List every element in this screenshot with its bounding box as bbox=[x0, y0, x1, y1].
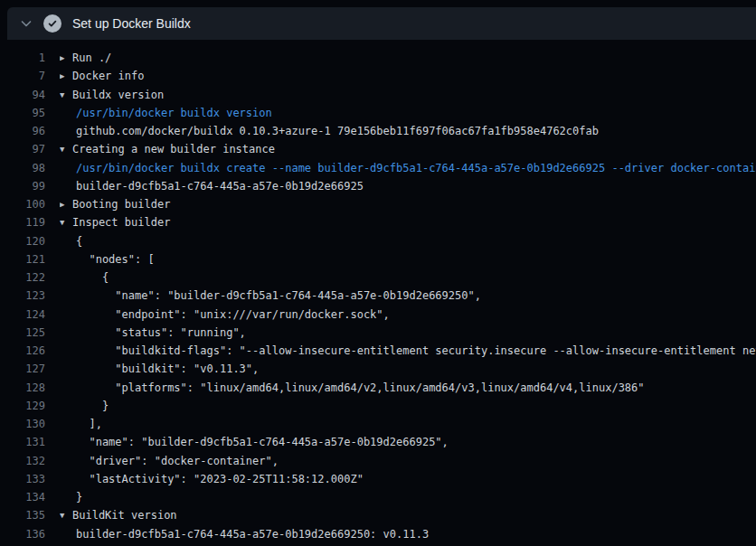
line-number[interactable]: 123 bbox=[0, 289, 45, 307]
log-text: Inspect builder bbox=[72, 216, 170, 229]
line-number[interactable]: 120 bbox=[0, 235, 45, 253]
line-content: ▶Run ./ bbox=[60, 52, 756, 70]
line-content: "name": "builder-d9cfb5a1-c764-445a-a57e… bbox=[60, 289, 756, 307]
line-number[interactable]: 124 bbox=[0, 308, 45, 326]
triangle-expanded-icon[interactable]: ▼ bbox=[60, 90, 72, 99]
log-group-row[interactable]: 100 ▶Booting builder bbox=[0, 198, 756, 216]
line-content: "platforms": "linux/amd64,linux/amd64/v2… bbox=[60, 381, 756, 400]
log-line: 96 github.com/docker/buildx 0.10.3+azure… bbox=[0, 125, 756, 143]
chevron-down-icon[interactable] bbox=[19, 16, 33, 31]
line-number[interactable]: 98 bbox=[0, 162, 45, 180]
line-content: ], bbox=[60, 418, 756, 436]
line-number[interactable]: 126 bbox=[0, 344, 45, 362]
log-text: } bbox=[76, 400, 109, 412]
line-content: "name": "builder-d9cfb5a1-c764-445a-a57e… bbox=[60, 436, 756, 454]
log-text: builder-d9cfb5a1-c764-445a-a57e-0b19d2e6… bbox=[76, 528, 429, 541]
line-number[interactable]: 100 bbox=[0, 198, 45, 216]
log-line: 98 /usr/bin/docker buildx create --name … bbox=[0, 162, 756, 180]
log-viewer: Set up Docker Buildx 1 ▶Run ./ 7 ▶Docker… bbox=[0, 0, 756, 546]
log-group-row[interactable]: 119 ▼Inspect builder bbox=[0, 216, 756, 234]
log-text: { bbox=[76, 235, 82, 248]
check-circle-icon bbox=[43, 14, 61, 33]
line-number[interactable]: 134 bbox=[0, 491, 45, 509]
line-number[interactable]: 129 bbox=[0, 400, 45, 418]
line-number[interactable]: 1 bbox=[0, 52, 45, 70]
line-number[interactable]: 125 bbox=[0, 326, 45, 344]
log-line: 121 "nodes": [ bbox=[0, 253, 756, 271]
triangle-expanded-icon[interactable]: ▼ bbox=[60, 511, 72, 520]
triangle-expanded-icon[interactable]: ▼ bbox=[60, 218, 72, 227]
triangle-collapsed-icon[interactable]: ▶ bbox=[60, 71, 72, 80]
step-title: Set up Docker Buildx bbox=[72, 16, 191, 31]
step-header[interactable]: Set up Docker Buildx bbox=[7, 7, 756, 40]
log-text: } bbox=[76, 491, 82, 504]
log-text: /usr/bin/docker buildx version bbox=[76, 107, 272, 119]
line-content: builder-d9cfb5a1-c764-445a-a57e-0b19d2e6… bbox=[60, 528, 756, 546]
log-text: "nodes": [ bbox=[76, 253, 155, 266]
log-text: BuildKit version bbox=[72, 509, 177, 522]
log-text: Booting builder bbox=[72, 198, 170, 211]
log-text: "name": "builder-d9cfb5a1-c764-445a-a57e… bbox=[76, 289, 481, 302]
line-content: } bbox=[60, 491, 756, 509]
line-content: { bbox=[60, 271, 756, 289]
line-number[interactable]: 136 bbox=[0, 528, 45, 546]
log-text: "driver": "docker-container", bbox=[76, 455, 279, 467]
log-group-row[interactable]: 1 ▶Run ./ bbox=[0, 52, 756, 70]
line-number[interactable]: 119 bbox=[0, 216, 45, 234]
line-number[interactable]: 121 bbox=[0, 253, 45, 271]
log-line: 134 } bbox=[0, 491, 756, 509]
log-line: 123 "name": "builder-d9cfb5a1-c764-445a-… bbox=[0, 289, 756, 307]
line-number[interactable]: 7 bbox=[0, 70, 45, 88]
triangle-collapsed-icon[interactable]: ▶ bbox=[60, 200, 72, 209]
log-text: "buildkitd-flags": "--allow-insecure-ent… bbox=[76, 344, 756, 357]
line-content: } bbox=[60, 400, 756, 418]
line-number[interactable]: 132 bbox=[0, 455, 45, 473]
line-content: ▶Docker info bbox=[60, 70, 756, 88]
log-text: /usr/bin/docker buildx create --name bui… bbox=[76, 162, 756, 174]
line-content: { bbox=[60, 235, 756, 253]
log-line: 132 "driver": "docker-container", bbox=[0, 455, 756, 473]
log-group-row[interactable]: 7 ▶Docker info bbox=[0, 70, 756, 88]
line-number[interactable]: 127 bbox=[0, 362, 45, 381]
line-number[interactable]: 95 bbox=[0, 107, 45, 125]
line-number[interactable]: 122 bbox=[0, 271, 45, 289]
line-number[interactable]: 133 bbox=[0, 473, 45, 491]
log-text: "lastActivity": "2023-02-25T11:58:12.000… bbox=[76, 473, 364, 485]
line-content: "nodes": [ bbox=[60, 253, 756, 271]
line-number[interactable]: 131 bbox=[0, 436, 45, 454]
line-number[interactable]: 97 bbox=[0, 143, 45, 161]
triangle-collapsed-icon[interactable]: ▶ bbox=[60, 53, 72, 62]
log-line: 131 "name": "builder-d9cfb5a1-c764-445a-… bbox=[0, 436, 756, 454]
line-content: ▼Buildx version bbox=[60, 89, 756, 107]
line-number[interactable]: 96 bbox=[0, 125, 45, 143]
log-text: "name": "builder-d9cfb5a1-c764-445a-a57e… bbox=[76, 436, 449, 448]
log-line: 125 "status": "running", bbox=[0, 326, 756, 344]
log-text: Run ./ bbox=[72, 52, 111, 64]
line-content: "buildkit": "v0.11.3", bbox=[60, 362, 756, 381]
log-text: github.com/docker/buildx 0.10.3+azure-1 … bbox=[76, 125, 599, 137]
log-text: "buildkit": "v0.11.3", bbox=[76, 362, 259, 375]
log-group-row[interactable]: 97 ▼Creating a new builder instance bbox=[0, 143, 756, 161]
log-line: 124 "endpoint": "unix:///var/run/docker.… bbox=[0, 308, 756, 326]
line-number[interactable]: 128 bbox=[0, 381, 45, 400]
log-text: "endpoint": "unix:///var/run/docker.sock… bbox=[76, 308, 390, 321]
log-text: { bbox=[76, 271, 109, 284]
line-number[interactable]: 94 bbox=[0, 89, 45, 107]
line-content: builder-d9cfb5a1-c764-445a-a57e-0b19d2e6… bbox=[60, 180, 756, 198]
line-number[interactable]: 135 bbox=[0, 509, 45, 527]
line-number[interactable]: 99 bbox=[0, 180, 45, 198]
log-line: 126 "buildkitd-flags": "--allow-insecure… bbox=[0, 344, 756, 362]
log-line: 136 builder-d9cfb5a1-c764-445a-a57e-0b19… bbox=[0, 528, 756, 546]
log-group-row[interactable]: 94 ▼Buildx version bbox=[0, 89, 756, 107]
log-line: 128 "platforms": "linux/amd64,linux/amd6… bbox=[0, 381, 756, 400]
log-line: 95 /usr/bin/docker buildx version bbox=[0, 107, 756, 125]
log-text: Buildx version bbox=[72, 89, 164, 101]
log-text: "platforms": "linux/amd64,linux/amd64/v2… bbox=[76, 381, 645, 394]
line-content: ▶Booting builder bbox=[60, 198, 756, 216]
line-number[interactable]: 130 bbox=[0, 418, 45, 436]
triangle-expanded-icon[interactable]: ▼ bbox=[60, 145, 72, 154]
log-text: Docker info bbox=[72, 70, 144, 82]
log-text: "status": "running", bbox=[76, 326, 246, 339]
log-group-row[interactable]: 135 ▼BuildKit version bbox=[0, 509, 756, 527]
line-content: /usr/bin/docker buildx create --name bui… bbox=[60, 162, 756, 180]
